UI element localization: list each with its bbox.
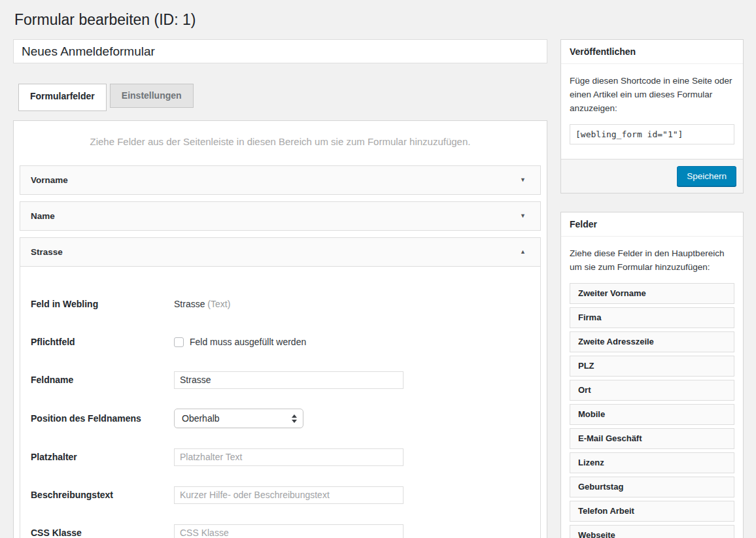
tab-formularfelder[interactable]: Formularfelder bbox=[18, 84, 107, 111]
pflichtfeld-label: Pflichtfeld bbox=[31, 337, 174, 347]
save-button[interactable]: Speichern bbox=[677, 166, 736, 186]
feldname-label: Feldname bbox=[31, 375, 174, 385]
css-klasse-input[interactable] bbox=[174, 524, 404, 538]
field-type-hint: (Text) bbox=[207, 299, 230, 309]
page-title: Formular bearbeiten (ID: 1) bbox=[14, 10, 744, 29]
chevron-down-icon: ▼ bbox=[520, 175, 526, 186]
css-klasse-row: CSS Klasse bbox=[31, 524, 530, 538]
fields-panel-body: Ziehe diese Felder in den Hauptbereich u… bbox=[561, 237, 743, 538]
field-item-lizenz[interactable]: Lizenz bbox=[570, 452, 734, 473]
form-field-item-strasse: Strasse ▲ Feld in Webling Strasse (Text) bbox=[20, 237, 541, 538]
field-item-zweite-adresszeile[interactable]: Zweite Adresszeile bbox=[570, 331, 734, 352]
feldname-input[interactable] bbox=[174, 371, 404, 389]
position-row: Position des Feldnamens Oberhalb bbox=[31, 409, 530, 428]
form-field-label: Name bbox=[31, 210, 55, 222]
drop-hint: Ziehe Felder aus der Seitenleiste in die… bbox=[20, 135, 541, 148]
fields-panel: Felder Ziehe diese Felder in den Hauptbe… bbox=[560, 212, 744, 538]
beschreibungstext-row: Beschreibungstext bbox=[31, 486, 530, 504]
field-item-ort[interactable]: Ort bbox=[570, 380, 734, 401]
field-in-webling-row: Feld in Webling Strasse (Text) bbox=[31, 295, 530, 313]
beschreibungstext-input[interactable] bbox=[174, 486, 404, 504]
admin-page: Formular bearbeiten (ID: 1) Formularfeld… bbox=[0, 10, 756, 538]
pflichtfeld-row: Pflichtfeld Feld muss ausgefüllt werden bbox=[31, 333, 530, 351]
feldname-row: Feldname bbox=[31, 371, 530, 389]
checkbox-text: Feld muss ausgefüllt werden bbox=[190, 337, 306, 347]
beschreibungstext-label: Beschreibungstext bbox=[31, 490, 174, 500]
publish-panel-body: Füge diesen Shortcode in eine Seite oder… bbox=[561, 64, 743, 159]
form-field-label: Vorname bbox=[31, 175, 68, 186]
required-checkbox-label: Feld muss ausgefüllt werden bbox=[174, 337, 306, 347]
chevron-up-icon: ▲ bbox=[520, 246, 526, 258]
position-label: Position des Feldnamens bbox=[31, 413, 174, 424]
field-in-webling-value: Strasse (Text) bbox=[174, 299, 230, 309]
form-field-item-vorname: Vorname ▼ bbox=[20, 165, 541, 195]
tab-einstellungen[interactable]: Einstellungen bbox=[110, 84, 194, 108]
platzhalter-row: Platzhalter bbox=[31, 448, 530, 466]
publish-panel: Veröffentlichen Füge diesen Shortcode in… bbox=[560, 39, 744, 193]
position-select[interactable]: Oberhalb bbox=[174, 409, 303, 428]
field-value-text: Strasse bbox=[174, 299, 205, 309]
form-field-header-name[interactable]: Name ▼ bbox=[20, 202, 540, 230]
shortcode-input[interactable] bbox=[570, 124, 734, 144]
publish-panel-title: Veröffentlichen bbox=[561, 40, 743, 64]
shortcode-description: Füge diesen Shortcode in eine Seite oder… bbox=[570, 74, 734, 115]
form-builder-panel: Ziehe Felder aus der Seitenleiste in die… bbox=[13, 120, 547, 538]
form-field-label: Strasse bbox=[31, 246, 63, 258]
field-item-geburtstag[interactable]: Geburtstag bbox=[570, 477, 734, 497]
publish-panel-footer: Speichern bbox=[561, 159, 743, 193]
position-selected-value: Oberhalb bbox=[182, 413, 220, 424]
platzhalter-input[interactable] bbox=[174, 448, 404, 466]
form-field-header-strasse[interactable]: Strasse ▲ bbox=[20, 238, 540, 267]
field-item-firma[interactable]: Firma bbox=[570, 307, 734, 328]
field-in-webling-label: Feld in Webling bbox=[31, 299, 174, 309]
draggable-field-list: Zweiter Vorname Firma Zweite Adresszeile… bbox=[570, 283, 734, 538]
platzhalter-label: Platzhalter bbox=[31, 452, 174, 462]
form-field-item-name: Name ▼ bbox=[20, 201, 541, 231]
fields-description: Ziehe diese Felder in den Hauptbereich u… bbox=[570, 246, 734, 274]
css-klasse-label: CSS Klasse bbox=[31, 528, 174, 538]
required-checkbox[interactable] bbox=[174, 337, 184, 347]
field-item-telefon-arbeit[interactable]: Telefon Arbeit bbox=[570, 501, 734, 522]
select-updown-icon bbox=[292, 414, 297, 423]
tab-bar: Formularfelder Einstellungen bbox=[18, 84, 547, 111]
field-item-zweiter-vorname[interactable]: Zweiter Vorname bbox=[570, 283, 734, 304]
sidebar: Veröffentlichen Füge diesen Shortcode in… bbox=[560, 39, 744, 538]
field-item-plz[interactable]: PLZ bbox=[570, 356, 734, 377]
field-item-email-geschaeft[interactable]: E-Mail Geschäft bbox=[570, 428, 734, 449]
form-title-input[interactable] bbox=[13, 39, 547, 63]
field-item-webseite[interactable]: Webseite bbox=[570, 525, 734, 538]
main-column: Formularfelder Einstellungen Ziehe Felde… bbox=[13, 39, 547, 538]
chevron-down-icon: ▼ bbox=[520, 210, 526, 222]
fields-panel-title: Felder bbox=[561, 212, 743, 237]
field-item-mobile[interactable]: Mobile bbox=[570, 404, 734, 425]
form-field-header-vorname[interactable]: Vorname ▼ bbox=[20, 166, 540, 194]
field-settings-body: Feld in Webling Strasse (Text) Pflichtfe… bbox=[20, 267, 540, 538]
